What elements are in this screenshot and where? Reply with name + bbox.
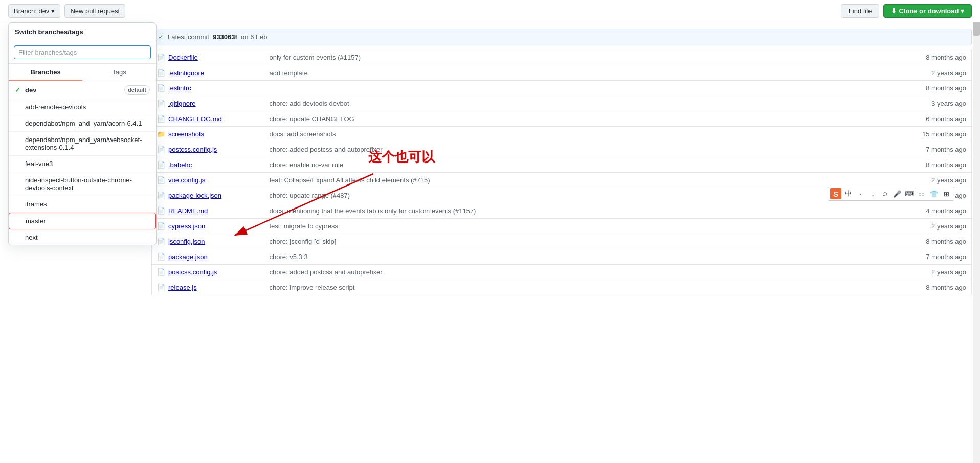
file-name-cell[interactable]: 📄release.js <box>152 280 264 295</box>
file-name-cell[interactable]: 📄postcss.config.js <box>152 142 264 157</box>
table-row: 📄package.jsonchore: v5.3.37 months ago <box>152 249 972 265</box>
ime-keyboard-icon[interactable]: ⌨ <box>904 188 915 199</box>
file-name-cell[interactable]: 📁screenshots <box>152 127 264 142</box>
commit-msg-cell: chore: enable no-var rule <box>264 157 905 173</box>
file-name-cell[interactable]: 📄postcss.config.js <box>152 265 264 280</box>
commit-msg-cell: chore: update CHANGELOG <box>264 111 905 127</box>
commit-msg-cell: chore: added postcss and autoprefixer <box>264 142 905 157</box>
tab-branches[interactable]: Branches <box>9 64 82 81</box>
file-name-cell[interactable]: 📄.eslintignore <box>152 65 264 81</box>
file-icon: 📄 <box>157 161 165 169</box>
file-icon: 📄 <box>157 84 165 92</box>
ime-grid1-icon[interactable]: ⚏ <box>916 188 927 199</box>
branch-list-item[interactable]: iframes <box>9 196 156 213</box>
time-cell: 6 months ago <box>905 111 972 127</box>
time-cell: 2 years ago <box>905 65 972 81</box>
file-link[interactable]: CHANGELOG.md <box>168 115 222 123</box>
branch-list-item[interactable]: feat-vue3 <box>9 156 156 172</box>
table-row: 📄jsconfig.jsonchore: jsconfig [ci skip]8… <box>152 234 972 249</box>
file-link[interactable]: .eslintrc <box>168 84 191 92</box>
time-cell: 7 months ago <box>905 142 972 157</box>
file-link[interactable]: postcss.config.js <box>168 146 217 153</box>
file-table: 📄Dockerfileonly for custom events (#1157… <box>151 50 972 295</box>
branch-list-item[interactable]: hide-inspect-button-outside-chrome-devto… <box>9 172 156 196</box>
new-pull-request-button[interactable]: New pull request <box>64 4 125 18</box>
ime-emoji-icon[interactable]: ☺ <box>879 188 890 199</box>
ime-shirt-icon[interactable]: 👕 <box>928 188 940 199</box>
file-name-cell[interactable]: 📄CHANGELOG.md <box>152 111 264 127</box>
commit-msg-cell: chore: improve release script <box>264 280 905 295</box>
branch-list-item[interactable]: add-remote-devtools <box>9 99 156 115</box>
commit-msg-cell: chore: v5.3.3 <box>264 249 905 265</box>
commit-msg-cell: chore: added postcss and autoprefixer <box>264 265 905 280</box>
file-name-cell[interactable]: 📄.gitignore <box>152 96 264 111</box>
time-cell: 2 years ago <box>905 219 972 234</box>
branch-button[interactable]: Branch: dev ▾ <box>8 4 60 18</box>
table-row: 📄.eslintrc8 months ago <box>152 81 972 96</box>
branch-filter-input[interactable] <box>14 45 151 59</box>
branch-dropdown: Switch branches/tags Branches Tags ✓devd… <box>8 22 157 245</box>
table-row: 📄postcss.config.jschore: added postcss a… <box>152 142 972 157</box>
file-link[interactable]: jsconfig.json <box>168 238 205 245</box>
ime-s-icon: S <box>830 188 841 199</box>
file-name-cell[interactable]: 📄package-lock.json <box>152 188 264 203</box>
file-name-cell[interactable]: 📄vue.config.js <box>152 173 264 188</box>
commit-msg-cell <box>264 81 905 96</box>
file-name-cell[interactable]: 📄.babelrc <box>152 157 264 173</box>
clone-or-download-button[interactable]: ⬇ Clone or download ▾ <box>883 4 972 18</box>
file-link[interactable]: README.md <box>168 207 208 215</box>
file-name-cell[interactable]: 📄package.json <box>152 249 264 265</box>
branch-label: Branch: dev <box>14 7 49 15</box>
file-name-cell[interactable]: 📄.eslintrc <box>152 81 264 96</box>
branch-list: ✓devdefaultadd-remote-devtoolsdependabot… <box>9 81 156 245</box>
page-wrapper: Branch: dev ▾ New pull request Find file… <box>0 0 980 463</box>
dropdown-header: Switch branches/tags <box>9 23 156 41</box>
branch-item-name: iframes <box>25 200 150 208</box>
file-link[interactable]: package-lock.json <box>168 192 221 199</box>
file-link[interactable]: postcss.config.js <box>168 268 217 276</box>
commit-msg-cell: docs: add screenshots <box>264 127 905 142</box>
file-icon: 📄 <box>157 69 165 77</box>
ime-toolbar: S 中 · ， ☺ 🎤 ⌨ ⚏ 👕 ⊞ <box>828 187 954 201</box>
file-link[interactable]: screenshots <box>168 130 204 138</box>
find-file-button[interactable]: Find file <box>841 4 880 18</box>
file-link[interactable]: Dockerfile <box>168 54 198 61</box>
file-icon: 📁 <box>157 130 165 138</box>
ime-mic-icon[interactable]: 🎤 <box>892 188 903 199</box>
branch-list-item[interactable]: master <box>9 213 156 229</box>
time-cell: 3 years ago <box>905 96 972 111</box>
tab-tags[interactable]: Tags <box>82 64 156 81</box>
time-cell: 8 months ago <box>905 280 972 295</box>
time-cell: 7 months ago <box>905 249 972 265</box>
file-name-cell[interactable]: 📄Dockerfile <box>152 50 264 65</box>
table-row: 📄CHANGELOG.mdchore: update CHANGELOG6 mo… <box>152 111 972 127</box>
file-link[interactable]: .eslintignore <box>168 69 204 77</box>
branch-item-name: dev <box>25 86 121 94</box>
ime-punct-icon[interactable]: · <box>855 188 866 199</box>
branch-item-name: add-remote-devtools <box>25 103 150 111</box>
file-link[interactable]: .babelrc <box>168 161 192 169</box>
file-link[interactable]: package.json <box>168 253 208 261</box>
branch-list-item[interactable]: next <box>9 229 156 245</box>
file-link[interactable]: .gitignore <box>168 100 195 107</box>
branch-item-name: feat-vue3 <box>25 160 150 168</box>
file-link[interactable]: cypress.json <box>168 222 205 230</box>
file-name-cell[interactable]: 📄README.md <box>152 203 264 219</box>
file-name-cell[interactable]: 📄jsconfig.json <box>152 234 264 249</box>
time-cell: 2 years ago <box>905 173 972 188</box>
commit-msg-cell: chore: update range (#487) <box>264 188 905 203</box>
ime-comma-icon[interactable]: ， <box>867 188 878 199</box>
branch-list-item[interactable]: dependabot/npm_and_yarn/acorn-6.4.1 <box>9 115 156 132</box>
scrollbar[interactable] <box>973 0 980 463</box>
table-row: 📄README.mddocs: mentioning that the even… <box>152 203 972 219</box>
branch-list-item[interactable]: dependabot/npm_and_yarn/websocket-extens… <box>9 132 156 156</box>
branch-item-name: master <box>26 217 149 225</box>
file-link[interactable]: release.js <box>168 284 197 291</box>
time-cell: 8 months ago <box>905 234 972 249</box>
file-link[interactable]: vue.config.js <box>168 176 205 184</box>
file-name-cell[interactable]: 📄cypress.json <box>152 219 264 234</box>
ime-grid2-icon[interactable]: ⊞ <box>941 188 952 199</box>
branch-list-item[interactable]: ✓devdefault <box>9 81 156 99</box>
ime-zh-icon[interactable]: 中 <box>842 188 854 199</box>
table-row: 📄cypress.jsontest: migrate to cypress2 y… <box>152 219 972 234</box>
